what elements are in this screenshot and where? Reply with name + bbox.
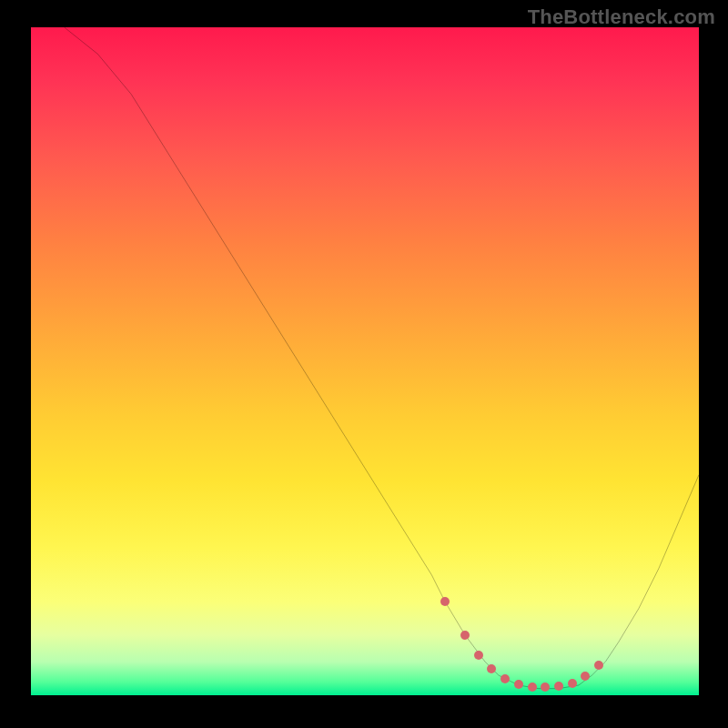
optimal-marker xyxy=(581,672,590,681)
optimal-marker xyxy=(474,651,483,660)
optimal-marker xyxy=(440,597,450,606)
bottleneck-curve xyxy=(65,27,699,689)
watermark-text: TheBottleneck.com xyxy=(528,5,715,29)
optimal-marker xyxy=(568,679,577,688)
optimal-marker xyxy=(541,682,550,692)
optimal-marker xyxy=(500,674,510,683)
chart-plot-area xyxy=(31,27,699,695)
optimal-marker xyxy=(514,680,523,689)
optimal-marker xyxy=(554,682,563,691)
optimal-marker xyxy=(594,661,603,670)
curve-svg xyxy=(31,27,699,695)
optimal-marker xyxy=(487,664,496,673)
optimal-marker xyxy=(460,631,470,640)
optimal-marker xyxy=(528,682,537,692)
